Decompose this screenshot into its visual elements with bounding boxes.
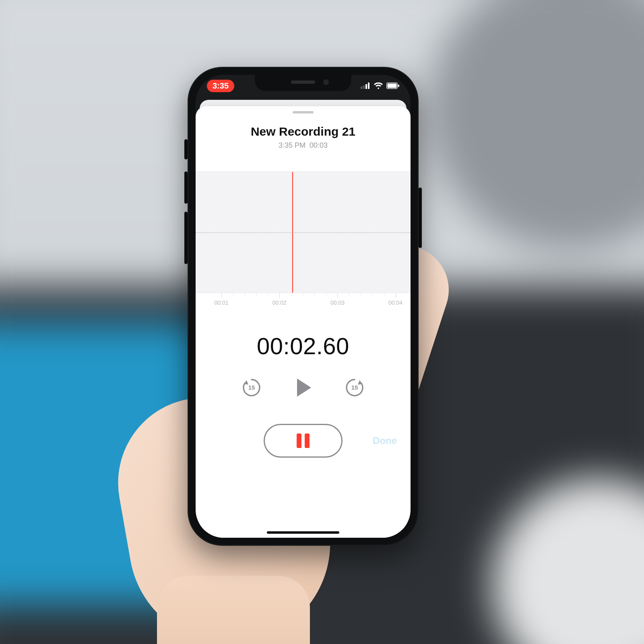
phone-screen: 3:35 New Recording 21 3:35 PM 00:03 — [196, 75, 411, 538]
skip-forward-amount: 15 — [351, 384, 358, 391]
waveform-track[interactable] — [196, 171, 411, 293]
svg-rect-0 — [361, 87, 362, 89]
elapsed-time: 00:02.60 — [196, 332, 411, 359]
ruler-label: 00:01 — [215, 299, 229, 306]
sheet-grabber[interactable] — [293, 111, 314, 114]
skip-forward-15-button[interactable]: 15 — [344, 377, 365, 398]
wifi-icon — [374, 82, 383, 89]
skip-back-amount: 15 — [248, 384, 255, 391]
time-ruler: 00:0100:0200:0300:04 — [196, 293, 411, 309]
pause-record-button[interactable] — [264, 424, 343, 458]
playhead[interactable] — [292, 171, 293, 293]
notch — [255, 75, 351, 91]
ruler-label: 00:04 — [388, 299, 402, 306]
recording-sheet[interactable]: New Recording 21 3:35 PM 00:03 00:0100:0… — [196, 106, 411, 538]
phone-frame: 3:35 New Recording 21 3:35 PM 00:03 — [188, 67, 419, 546]
recording-title[interactable]: New Recording 21 — [196, 125, 411, 139]
play-button[interactable] — [291, 376, 315, 400]
status-time-pill[interactable]: 3:35 — [207, 80, 234, 92]
skip-back-15-button[interactable]: 15 — [241, 377, 262, 398]
recording-subtitle: 3:35 PM 00:03 — [196, 141, 411, 150]
recording-duration-label: 00:03 — [310, 141, 328, 149]
ruler-label: 00:03 — [330, 299, 345, 306]
svg-rect-6 — [398, 85, 399, 87]
recording-time-label: 3:35 PM — [279, 141, 305, 149]
home-indicator[interactable] — [267, 531, 339, 534]
transport-controls: 15 15 — [196, 376, 411, 400]
done-button[interactable]: Done — [373, 435, 397, 446]
svg-rect-2 — [365, 84, 367, 89]
svg-rect-1 — [363, 85, 365, 89]
ruler-label: 00:02 — [272, 299, 287, 306]
waveform-centerline — [196, 232, 411, 233]
status-right-icons — [361, 82, 399, 89]
pause-icon — [297, 433, 310, 448]
svg-rect-3 — [368, 83, 369, 89]
battery-icon — [386, 83, 399, 89]
cellular-icon — [361, 83, 370, 89]
svg-rect-5 — [388, 84, 397, 88]
